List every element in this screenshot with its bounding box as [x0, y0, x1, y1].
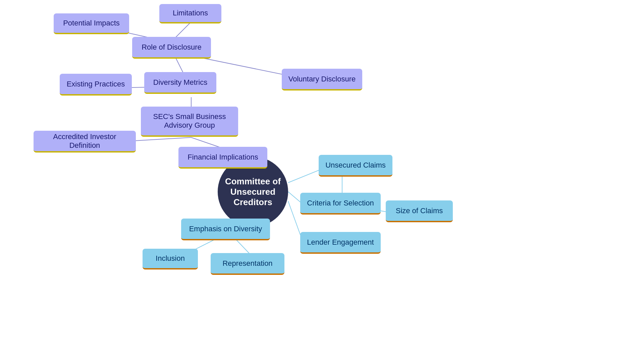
accredited-investor-label: Accredited Investor Definition: [39, 132, 130, 150]
node-financial-implications[interactable]: Financial Implications: [178, 147, 267, 169]
role-of-disclosure-label: Role of Disclosure: [142, 43, 202, 52]
voluntary-disclosure-label: Voluntary Disclosure: [288, 75, 356, 83]
node-inclusion[interactable]: Inclusion: [143, 249, 198, 269]
representation-label: Representation: [222, 259, 272, 268]
node-criteria-for-selection[interactable]: Criteria for Selection: [300, 193, 381, 215]
unsecured-claims-label: Unsecured Claims: [325, 161, 386, 170]
node-accredited-investor[interactable]: Accredited Investor Definition: [34, 131, 136, 153]
node-potential-impacts[interactable]: Potential Impacts: [54, 13, 129, 34]
mind-map-connections: [0, 0, 644, 362]
node-size-of-claims[interactable]: Size of Claims: [386, 200, 453, 222]
lender-engagement-label: Lender Engagement: [307, 238, 374, 247]
node-lender-engagement[interactable]: Lender Engagement: [300, 232, 381, 254]
size-of-claims-label: Size of Claims: [396, 206, 443, 215]
existing-practices-label: Existing Practices: [67, 80, 125, 88]
financial-implications-label: Financial Implications: [187, 153, 258, 162]
secs-small-business-label: SEC's Small Business Advisory Group: [146, 112, 233, 130]
node-existing-practices[interactable]: Existing Practices: [60, 74, 132, 96]
potential-impacts-label: Potential Impacts: [63, 19, 120, 27]
svg-line-9: [288, 169, 322, 183]
node-role-of-disclosure[interactable]: Role of Disclosure: [132, 37, 211, 59]
node-representation[interactable]: Representation: [211, 253, 284, 275]
center-label: Committee of Unsecured Creditors: [223, 176, 283, 207]
criteria-for-selection-label: Criteria for Selection: [307, 199, 374, 207]
emphasis-on-diversity-label: Emphasis on Diversity: [189, 225, 262, 233]
diversity-metrics-label: Diversity Metrics: [153, 78, 207, 87]
node-limitations[interactable]: Limitations: [159, 4, 221, 23]
limitations-label: Limitations: [173, 9, 208, 17]
node-diversity-metrics[interactable]: Diversity Metrics: [144, 72, 216, 94]
node-voluntary-disclosure[interactable]: Voluntary Disclosure: [282, 69, 362, 90]
node-unsecured-claims[interactable]: Unsecured Claims: [319, 155, 392, 177]
inclusion-label: Inclusion: [156, 254, 185, 263]
node-secs-small-business[interactable]: SEC's Small Business Advisory Group: [141, 107, 238, 137]
node-emphasis-on-diversity[interactable]: Emphasis on Diversity: [181, 219, 270, 240]
